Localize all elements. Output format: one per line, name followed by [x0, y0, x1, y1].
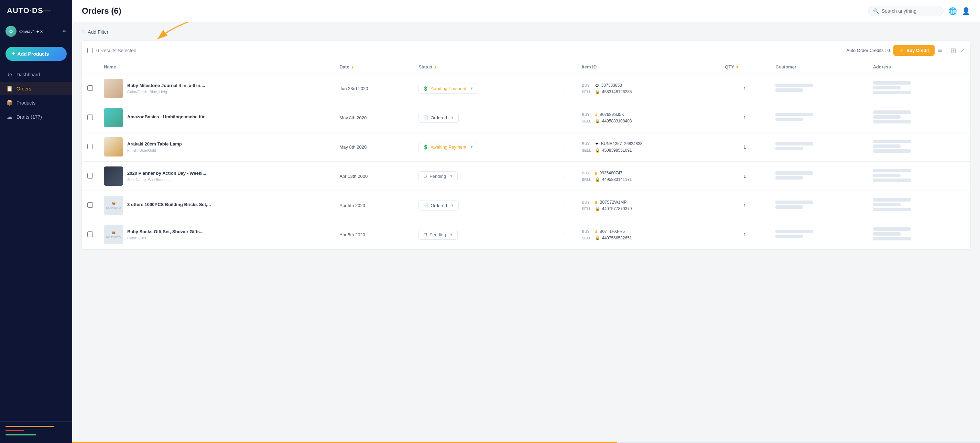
sidebar-item-dashboard[interactable]: ⊙ Dashboard	[0, 68, 72, 81]
status-badge[interactable]: 📄 Ordered ▼	[418, 201, 459, 210]
globe-icon[interactable]: 🌐	[948, 7, 957, 15]
more-actions-cell: ⋮	[554, 220, 576, 249]
product-thumbnail	[104, 166, 123, 186]
sell-id: 4407566532651	[602, 236, 632, 241]
export-icon[interactable]: ⤢	[960, 47, 965, 54]
row-checkbox[interactable]	[88, 144, 93, 149]
status-label: Ordered	[431, 115, 447, 120]
more-actions-cell: ⋮	[554, 74, 576, 103]
edit-icon[interactable]: ✏	[63, 29, 67, 34]
products-icon: 📦	[6, 99, 13, 106]
customer-cell	[770, 74, 867, 103]
table-row: Arakaki 20cm Table Lamp Finish: Blue/Gol…	[82, 132, 970, 162]
status-badge[interactable]: 💲 Awaiting Payment ▼	[418, 84, 478, 94]
product-thumbnail	[104, 137, 123, 156]
row-checkbox[interactable]	[88, 115, 93, 120]
product-thumbnail	[104, 108, 123, 127]
address-blurred	[873, 110, 911, 114]
header-right: 🔍 🌐 👤	[868, 6, 970, 16]
status-sort-icon[interactable]: ▲	[434, 65, 438, 69]
sidebar-item-products[interactable]: 📦 Products	[0, 96, 72, 109]
product-name: Baby Milestone Journal 4 in. x 6 in....	[127, 83, 205, 89]
status-icon: 📄	[423, 115, 428, 120]
sidebar-bottom	[0, 421, 72, 443]
user-profile[interactable]: O Oliviav1 + 3 ✏	[0, 21, 72, 42]
order-date: Apr 5th 2020	[334, 191, 413, 220]
row-checkbox[interactable]	[88, 202, 93, 208]
address-cell	[867, 162, 970, 191]
status-badge[interactable]: 💲 Awaiting Payment ▼	[418, 142, 478, 152]
grid-view-icon[interactable]: ⊞	[950, 46, 956, 55]
row-checkbox[interactable]	[88, 173, 93, 178]
customer-blurred-2	[775, 118, 803, 121]
search-icon: 🔍	[873, 8, 879, 14]
address-cell	[867, 74, 970, 103]
buy-credit-button[interactable]: ⚡ Buy Credit	[893, 45, 935, 56]
user-icon[interactable]: 👤	[962, 7, 970, 15]
add-filter-label: Add Filter	[88, 29, 108, 35]
sidebar-item-label: Dashboard	[16, 72, 40, 77]
buy-label: BUY	[582, 113, 593, 116]
sidebar-item-orders[interactable]: 📋 Orders	[0, 82, 72, 95]
customer-cell	[770, 162, 867, 191]
sell-label: SELL	[582, 207, 593, 211]
more-options-button[interactable]: ⋮	[559, 200, 571, 210]
address-blurred	[873, 198, 911, 202]
more-options-button[interactable]: ⋮	[559, 113, 571, 123]
more-actions-cell: ⋮	[554, 162, 576, 191]
status-badge[interactable]: ⏱ Pending ▼	[418, 171, 458, 181]
customer-blurred	[775, 230, 813, 233]
buy-label: BUY	[582, 229, 593, 234]
search-box[interactable]: 🔍	[868, 6, 943, 16]
address-blurred-2	[873, 86, 900, 89]
address-blurred-2	[873, 232, 900, 236]
customer-blurred	[775, 201, 813, 204]
more-actions-cell: ⋮	[554, 191, 576, 220]
address-blurred-3	[873, 237, 911, 241]
address-blurred-3	[873, 178, 911, 182]
col-actions	[554, 60, 576, 74]
customer-blurred	[775, 171, 813, 175]
add-products-button[interactable]: + Add Products	[5, 47, 67, 61]
plus-icon: +	[12, 50, 16, 57]
more-actions-cell: ⋮	[554, 103, 576, 132]
product-variant: Color/Finish: Blue, Heig...	[127, 90, 205, 94]
product-thumbnail: 📦NO PHOTO	[106, 202, 121, 209]
table-row: 2020 Planner by Action Day - Weekl... Si…	[82, 162, 970, 191]
row-checkbox[interactable]	[88, 85, 93, 91]
order-date: Apr 13th 2020	[334, 162, 413, 191]
col-status: Status ▲	[413, 60, 554, 74]
more-options-button[interactable]: ⋮	[559, 229, 571, 240]
date-sort-icon[interactable]: ▲	[351, 65, 355, 69]
select-all-checkbox[interactable]	[88, 48, 93, 53]
row-checkbox-cell	[82, 132, 99, 162]
sidebar-item-label: Products	[16, 100, 35, 105]
sidebar-item-label: Drafts (177)	[16, 114, 42, 120]
status-icon: 💲	[423, 145, 428, 150]
address-blurred-2	[873, 145, 900, 148]
status-badge[interactable]: ⏱ Pending ▼	[418, 230, 458, 240]
qty-sort-icon[interactable]: ▼	[735, 65, 739, 69]
address-blurred-3	[873, 149, 911, 153]
status-label: Ordered	[431, 203, 447, 208]
row-checkbox-cell	[82, 74, 99, 103]
status-badge[interactable]: 📄 Ordered ▼	[418, 113, 459, 123]
lightning-icon: ⚡	[899, 48, 904, 53]
progress-bar-2	[5, 430, 24, 431]
order-date: Jun 23rd 2020	[334, 74, 413, 103]
qty-cell: 1	[719, 74, 770, 103]
chevron-down-icon: ▼	[450, 116, 454, 120]
more-options-button[interactable]: ⋮	[559, 83, 571, 94]
lock-icon: 🔒	[595, 119, 600, 123]
search-input[interactable]	[881, 8, 937, 14]
sidebar-item-drafts[interactable]: ☁ Drafts (177)	[0, 110, 72, 123]
buy-id: B0768VSJ5K	[600, 112, 624, 117]
more-options-button[interactable]: ⋮	[559, 142, 571, 152]
add-filter-button[interactable]: Add Filter	[88, 29, 108, 35]
more-options-button[interactable]: ⋮	[559, 171, 571, 181]
address-blurred-2	[873, 174, 900, 177]
row-checkbox[interactable]	[88, 231, 93, 237]
table-row: Baby Milestone Journal 4 in. x 6 in.... …	[82, 74, 970, 103]
list-view-icon[interactable]: ≡	[938, 46, 942, 54]
product-name: Arakaki 20cm Table Lamp	[127, 141, 182, 147]
